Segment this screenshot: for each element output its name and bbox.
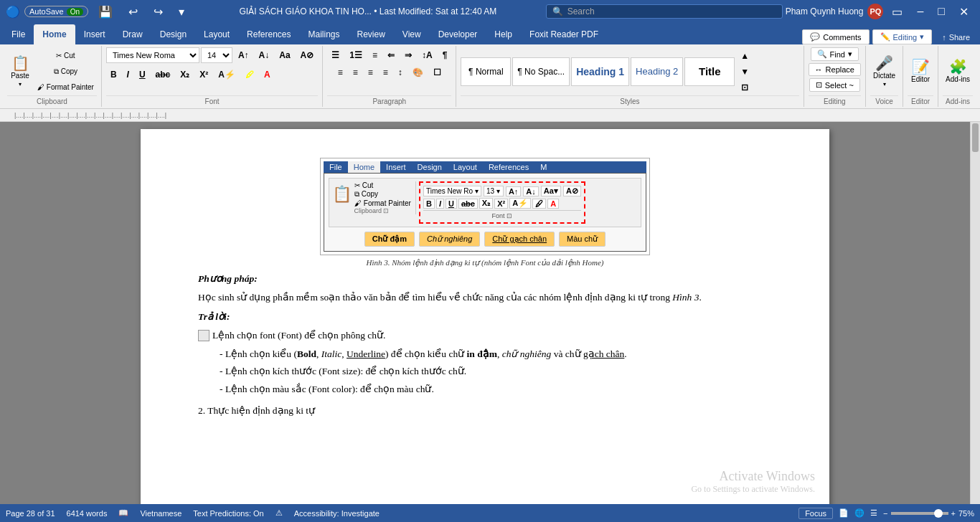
justify-button[interactable]: ≡ (379, 65, 392, 80)
replace-button[interactable]: ↔ Replace (809, 63, 861, 76)
italic-button[interactable]: I (123, 67, 133, 82)
tab-design[interactable]: Design (151, 24, 195, 44)
search-bar[interactable]: 🔍 Search (546, 4, 783, 19)
highlight-button[interactable]: 🖊 (241, 67, 258, 82)
fig-strikethrough-button[interactable]: abc (458, 199, 478, 209)
select-button[interactable]: ⊡ Select ~ (809, 78, 860, 92)
fig-cut-button[interactable]: ✂ Cut (354, 181, 411, 189)
share-button[interactable]: ↑ Share (935, 31, 977, 44)
decrease-font-button[interactable]: A↓ (255, 47, 274, 63)
font-size-select[interactable]: 14 (201, 47, 232, 63)
fig-tab-insert[interactable]: Insert (380, 161, 412, 173)
fig-shrink-button[interactable]: A↓ (523, 186, 538, 196)
fig-texteffects-button[interactable]: A⚡ (509, 198, 531, 209)
scrollbar-right[interactable] (970, 122, 980, 504)
styles-down-button[interactable]: ▼ (736, 64, 753, 80)
clear-format-button[interactable]: A⊘ (296, 47, 319, 63)
view-outline-icon[interactable]: ☰ (870, 508, 877, 518)
shading-button[interactable]: 🎨 (408, 65, 428, 80)
border-button[interactable]: ☐ (429, 65, 446, 80)
cut-button[interactable]: ✂ Cut (34, 49, 97, 63)
minimize-button[interactable]: – (911, 0, 929, 23)
tab-layout[interactable]: Layout (195, 24, 238, 44)
subscript-button[interactable]: X₂ (176, 67, 194, 82)
bold-button[interactable]: B (106, 67, 121, 82)
zoom-slider[interactable] (891, 512, 948, 515)
fig-tab-more[interactable]: M (534, 161, 552, 173)
close-button[interactable]: ✕ (953, 0, 974, 23)
fig-tab-home[interactable]: Home (348, 161, 380, 173)
tab-insert[interactable]: Insert (75, 24, 114, 44)
copy-button[interactable]: ⧉ Copy (34, 65, 97, 79)
fig-font-size[interactable]: 13 ▾ (484, 186, 504, 196)
fig-font-name[interactable]: Times New Ro ▾ (423, 186, 481, 196)
fig-formatpainter-button[interactable]: 🖌 Format Painter (354, 199, 411, 207)
fig-tab-file[interactable]: File (324, 161, 348, 173)
fig-subscript-button[interactable]: X₂ (479, 198, 493, 209)
tab-file[interactable]: File (3, 24, 34, 44)
tab-foxit[interactable]: Foxit Reader PDF (521, 24, 607, 44)
styles-up-button[interactable]: ▲ (736, 48, 753, 64)
addins-button[interactable]: 🧩 Add-ins (943, 50, 973, 93)
save-button[interactable]: 💾 (93, 0, 118, 23)
fig-tab-layout[interactable]: Layout (448, 161, 483, 173)
tab-references[interactable]: References (238, 24, 299, 44)
superscript-button[interactable]: X² (195, 67, 212, 82)
sort-button[interactable]: ↕A (418, 47, 437, 63)
line-spacing-button[interactable]: ↕ (394, 65, 407, 80)
increase-font-button[interactable]: A↑ (234, 47, 253, 63)
style-heading2[interactable]: Heading 2 (631, 57, 683, 86)
view-normal-icon[interactable]: 📄 (839, 508, 849, 518)
focus-button[interactable]: Focus (798, 508, 833, 519)
paste-button[interactable]: 📋 Paste ▾ (7, 50, 33, 93)
fig-case-button[interactable]: Aa▾ (541, 186, 561, 196)
fig-superscript-button[interactable]: X² (494, 199, 508, 209)
view-web-icon[interactable]: 🌐 (854, 508, 864, 518)
strikethrough-button[interactable]: abc (151, 67, 175, 82)
tab-mailings[interactable]: Mailings (299, 24, 348, 44)
style-normal[interactable]: ¶ Normal (461, 57, 511, 86)
fig-paste-button[interactable]: 📋 (332, 185, 352, 204)
maximize-button[interactable]: □ (932, 0, 951, 23)
font-color-button[interactable]: A (260, 67, 275, 82)
align-center-button[interactable]: ≡ (349, 65, 362, 80)
undo-button[interactable]: ↩ (123, 0, 143, 23)
multilevel-button[interactable]: ≡ (368, 47, 382, 63)
style-heading1[interactable]: Heading 1 (571, 57, 629, 86)
fig-underline-button[interactable]: U (446, 199, 457, 209)
tab-home[interactable]: Home (34, 24, 75, 44)
fig-clear-button[interactable]: A⊘ (563, 186, 581, 196)
style-no-space[interactable]: ¶ No Spac... (512, 57, 570, 86)
fig-italic-text-button[interactable]: Chữ nghiêng (419, 232, 480, 247)
fig-highlight-button[interactable]: 🖊 (532, 199, 546, 209)
fig-tab-references[interactable]: References (483, 161, 534, 173)
fig-underline-text-button[interactable]: Chữ gạch chân (484, 232, 555, 247)
numbering-button[interactable]: 1☰ (345, 47, 367, 63)
fig-copy-button[interactable]: ⧉ Copy (354, 190, 411, 199)
comments-button[interactable]: 💬 Comments (802, 29, 869, 44)
underline-button[interactable]: U (135, 67, 150, 82)
tab-draw[interactable]: Draw (114, 24, 151, 44)
fig-bold-text-button[interactable]: Chữ đậm (364, 232, 415, 247)
zoom-in-button[interactable]: + (951, 509, 956, 518)
bullets-button[interactable]: ☰ (327, 47, 344, 63)
font-name-select[interactable]: Times New Roma (106, 47, 199, 63)
decrease-indent-button[interactable]: ⇐ (383, 47, 399, 63)
show-formatting-button[interactable]: ¶ (438, 47, 452, 63)
tab-help[interactable]: Help (486, 24, 521, 44)
editor-button[interactable]: 📝 Editor (908, 50, 933, 93)
fig-tab-design[interactable]: Design (412, 161, 448, 173)
increase-indent-button[interactable]: ⇒ (400, 47, 416, 63)
tab-review[interactable]: Review (349, 24, 394, 44)
find-button[interactable]: 🔍 Find ▾ (811, 47, 859, 61)
fig-color-text-button[interactable]: Màu chữ (559, 232, 606, 247)
align-left-button[interactable]: ≡ (334, 65, 347, 80)
fig-grow-button[interactable]: A↑ (506, 186, 521, 196)
autosave-toggle[interactable]: On (67, 8, 83, 16)
fig-bold-button[interactable]: B (423, 199, 435, 209)
styles-more-button[interactable]: ⊡ (736, 80, 753, 95)
tab-view[interactable]: View (394, 24, 430, 44)
ribbon-display-button[interactable]: ▭ (886, 0, 908, 23)
scroll-thumb[interactable] (972, 123, 979, 152)
customize-qat-button[interactable]: ▾ (173, 0, 190, 23)
